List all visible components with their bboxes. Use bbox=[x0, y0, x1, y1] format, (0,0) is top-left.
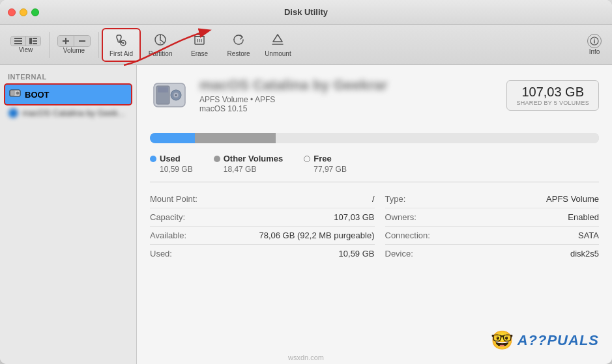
toolbar: View Volume bbox=[0, 25, 612, 65]
svg-rect-0 bbox=[14, 38, 22, 39]
unmount-button[interactable]: Unmount bbox=[258, 29, 298, 61]
detail-type: Type: APFS Volume bbox=[385, 190, 600, 208]
divider bbox=[150, 182, 599, 182]
disk-name: macOS Catalina by Geekrar bbox=[199, 77, 496, 94]
type-label: Type: bbox=[385, 194, 406, 204]
unmount-label: Unmount bbox=[265, 50, 291, 57]
used-value: 10,59 GB bbox=[339, 249, 375, 259]
legend-used-label: Used bbox=[160, 154, 181, 163]
minimize-button[interactable] bbox=[20, 8, 27, 16]
device-label: Device: bbox=[385, 249, 413, 259]
main-window: Disk Utility View bbox=[0, 0, 612, 364]
used-dot bbox=[150, 156, 156, 162]
disk-icon bbox=[150, 76, 189, 115]
close-button[interactable] bbox=[8, 8, 16, 16]
capacity-value: 107,03 GB bbox=[334, 212, 374, 222]
volume-icon: 🔵 bbox=[8, 108, 18, 118]
svg-point-11 bbox=[123, 42, 124, 44]
detail-connection: Connection: SATA bbox=[385, 227, 600, 245]
partition-button[interactable]: Partition bbox=[141, 29, 180, 61]
info-icon[interactable] bbox=[587, 34, 602, 48]
disk-subtitle1: APFS Volume • APFS bbox=[199, 95, 496, 104]
svg-rect-5 bbox=[33, 40, 37, 42]
svg-rect-2 bbox=[14, 43, 22, 44]
bar-free bbox=[276, 133, 599, 143]
disk-size-value: 107,03 GB bbox=[516, 85, 589, 100]
volume-label: Volume bbox=[63, 47, 85, 54]
erase-button[interactable]: Erase bbox=[180, 29, 219, 61]
other-dot bbox=[214, 156, 220, 162]
legend-free-label: Free bbox=[313, 154, 331, 163]
capacity-label: Capacity: bbox=[150, 212, 185, 222]
content-area: macOS Catalina by Geekrar APFS Volume • … bbox=[137, 65, 612, 364]
first-aid-button[interactable]: First Aid bbox=[102, 28, 141, 62]
available-label: Available: bbox=[150, 231, 186, 240]
erase-icon bbox=[192, 33, 207, 49]
volume-group[interactable]: Volume bbox=[52, 33, 96, 57]
restore-icon bbox=[231, 33, 246, 49]
detail-available: Available: 78,06 GB (92,2 MB purgeable) bbox=[150, 227, 375, 245]
titlebar: Disk Utility bbox=[0, 0, 612, 25]
legend-used: Used 10,59 GB bbox=[150, 154, 193, 174]
sidebar-item-subvolume[interactable]: 🔵 macOS Catalina by Geek... bbox=[0, 105, 136, 120]
info-button[interactable]: Info bbox=[582, 31, 607, 58]
add-volume-btn[interactable] bbox=[58, 36, 74, 46]
sidebar-item-subvolume-label: macOS Catalina by Geek... bbox=[22, 108, 125, 118]
used-label: Used: bbox=[150, 249, 172, 259]
remove-volume-btn[interactable] bbox=[74, 36, 90, 46]
sidebar-section-internal: Internal bbox=[0, 70, 136, 83]
svg-rect-4 bbox=[33, 38, 37, 39]
volume-btns[interactable] bbox=[57, 35, 91, 47]
restore-button[interactable]: Restore bbox=[219, 29, 258, 61]
disk-header: macOS Catalina by Geekrar APFS Volume • … bbox=[150, 76, 599, 115]
disk-size-shared: SHARED BY 5 VOLUMES bbox=[516, 100, 589, 106]
bar-used bbox=[150, 133, 195, 143]
svg-point-28 bbox=[17, 92, 18, 93]
svg-rect-34 bbox=[158, 87, 168, 92]
window-title: Disk Utility bbox=[284, 7, 328, 17]
storage-bar bbox=[150, 133, 599, 143]
detail-device: Device: disk2s5 bbox=[385, 245, 600, 262]
sidebar-item-boot[interactable]: BOOT bbox=[4, 83, 132, 105]
maximize-button[interactable] bbox=[31, 8, 39, 16]
view-group[interactable]: View bbox=[5, 33, 46, 56]
details-col-left: Mount Point: / Capacity: 107,03 GB Avail… bbox=[150, 190, 375, 262]
view-sidebar-btn[interactable] bbox=[26, 36, 40, 46]
storage-legend: Used 10,59 GB Other Volumes 18,47 GB Fre… bbox=[150, 154, 599, 174]
view-toggle[interactable] bbox=[10, 36, 41, 46]
toolbar-sep-2 bbox=[98, 32, 99, 58]
type-value: APFS Volume bbox=[546, 194, 599, 204]
appuals-watermark: 🤓 A??PUALS bbox=[491, 329, 599, 351]
disk-info: macOS Catalina by Geekrar APFS Volume • … bbox=[199, 77, 496, 113]
traffic-lights bbox=[8, 8, 39, 16]
available-value: 78,06 GB (92,2 MB purgeable) bbox=[259, 231, 374, 240]
unmount-icon bbox=[270, 33, 285, 49]
restore-label: Restore bbox=[227, 50, 250, 57]
svg-rect-26 bbox=[10, 91, 14, 96]
svg-point-33 bbox=[175, 94, 177, 96]
legend-free-value: 77,97 GB bbox=[313, 165, 347, 174]
storage-bar-container bbox=[150, 133, 599, 143]
owners-value: Enabled bbox=[568, 212, 599, 222]
legend-used-value: 10,59 GB bbox=[160, 165, 193, 174]
legend-free: Free 77,97 GB bbox=[304, 154, 347, 174]
detail-used: Used: 10,59 GB bbox=[150, 245, 375, 262]
owners-label: Owners: bbox=[385, 212, 416, 222]
toolbar-sep-1 bbox=[49, 32, 50, 58]
view-list-btn[interactable] bbox=[11, 36, 26, 46]
device-value: disk2s5 bbox=[570, 249, 599, 259]
free-dot bbox=[304, 156, 310, 162]
bar-other bbox=[195, 133, 276, 143]
first-aid-icon bbox=[114, 33, 128, 49]
svg-rect-1 bbox=[14, 40, 22, 42]
legend-other-value: 18,47 GB bbox=[224, 165, 284, 174]
legend-other: Other Volumes 18,47 GB bbox=[214, 154, 284, 174]
drive-icon bbox=[9, 87, 21, 102]
erase-label: Erase bbox=[191, 50, 208, 57]
disk-subtitle2: macOS 10.15 bbox=[199, 104, 496, 113]
detail-mount-point: Mount Point: / bbox=[150, 190, 375, 208]
info-label: Info bbox=[589, 48, 600, 55]
first-aid-label: First Aid bbox=[109, 50, 133, 57]
main-area: Internal BOOT 🔵 macOS Catalina by Geek..… bbox=[0, 65, 612, 364]
connection-value: SATA bbox=[578, 231, 599, 240]
